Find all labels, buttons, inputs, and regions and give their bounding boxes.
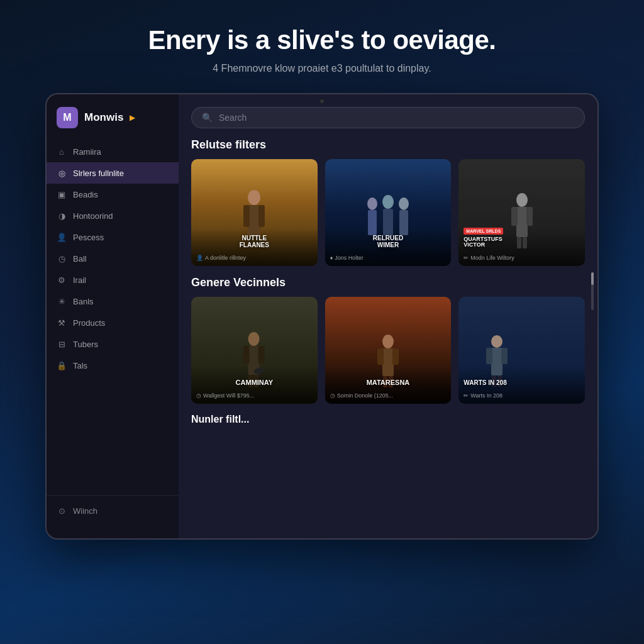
sidebar-item-tubers[interactable]: ⊟ Tubers xyxy=(47,333,179,355)
sidebar-item-irail[interactable]: ⚙ Irail xyxy=(47,269,179,291)
clock-icon: ◷ xyxy=(57,253,67,264)
sidebar-item-banls[interactable]: ✳ Banls xyxy=(47,291,179,312)
asterisk-icon: ✳ xyxy=(57,296,67,306)
svg-point-18 xyxy=(248,332,260,346)
svg-point-31 xyxy=(491,335,502,348)
svg-rect-27 xyxy=(377,348,384,365)
sidebar-item-sliders[interactable]: ◎ Slrlers fullnlite xyxy=(47,162,179,184)
sidebar-item-ball[interactable]: ◷ Ball xyxy=(47,248,179,269)
movie-card-relrued[interactable]: RELRUEDWIMER ♦ Jons Holter xyxy=(325,159,452,266)
shield-icon: ⊙ xyxy=(57,506,67,516)
movie-card-mataresna[interactable]: MATARESNA ◷ Somin Donole (1205... xyxy=(325,297,452,404)
card-subtitle-mataresna: ◷ Somin Donole (1205... xyxy=(325,392,452,399)
nav-label: Irail xyxy=(73,275,86,285)
svg-rect-32 xyxy=(491,348,502,375)
logo-text: Monwis xyxy=(84,111,123,124)
logo[interactable]: M Monwis ▶ xyxy=(47,107,179,141)
section-genere-vecinnels: Genere Vecinnels CAMMINAY xyxy=(191,276,585,404)
svg-point-6 xyxy=(367,197,377,210)
svg-rect-34 xyxy=(501,348,508,364)
scroll-thumb xyxy=(591,272,594,285)
card-title-mataresna: MATARESNA xyxy=(330,379,447,386)
logo-arrow: ▶ xyxy=(130,113,135,122)
hero-title: Enery is a slive's to oeviage. xyxy=(38,25,606,55)
svg-point-8 xyxy=(382,195,394,209)
footer-wiinch[interactable]: ⊙ Wiinch xyxy=(57,506,169,516)
sidebar-footer: ⊙ Wiinch xyxy=(47,495,179,526)
card-subtitle-camminay: ◷ Wallgest Will $795... xyxy=(191,392,318,399)
sidebar-nav: ⌂ Ramiira ◎ Slrlers fullnlite ▣ Beadis ◑… xyxy=(47,141,179,495)
svg-rect-21 xyxy=(258,346,265,364)
main-content: 🔍 Search Relutse filters xyxy=(179,94,597,538)
footer-label: Wiinch xyxy=(73,506,97,516)
card-title-nuttle: NUTTLEFLAANES xyxy=(196,235,313,248)
hero-section: Enery is a slive's to oeviage. 4 Fhemnov… xyxy=(0,0,644,93)
svg-rect-26 xyxy=(382,348,394,376)
nav-label: Banls xyxy=(73,297,94,306)
svg-rect-14 xyxy=(511,207,518,226)
svg-rect-13 xyxy=(516,207,528,237)
movie-card-warts[interactable]: WARTS IN 208 ✏ Warts In 208 xyxy=(458,297,585,404)
card-subtitle-relrued: ♦ Jons Holter xyxy=(325,255,452,261)
section-relutse-filters: Relutse filters NUTTLEFLAANES xyxy=(191,138,585,266)
bottom-section-title: Nunler filtl... xyxy=(191,414,585,425)
hero-subtitle: 4 Fhemnovre klow proaiet e3 poultulat to… xyxy=(38,63,606,74)
nav-label: Tals xyxy=(73,361,87,370)
grid-icon: ▣ xyxy=(57,189,67,199)
svg-rect-7 xyxy=(368,210,377,235)
tools-icon: ⚒ xyxy=(57,318,67,328)
svg-rect-2 xyxy=(243,205,250,227)
home-icon: ⌂ xyxy=(57,147,67,157)
card-title-warts: WARTS IN 208 xyxy=(464,379,580,386)
sliders-icon: ◎ xyxy=(57,168,67,178)
svg-point-12 xyxy=(516,193,528,207)
marvel-badge: MARVEL SRLDS xyxy=(464,228,503,235)
sidebar-item-pescess[interactable]: 👤 Pescess xyxy=(47,226,179,248)
tray-icon: ⊟ xyxy=(57,339,67,349)
svg-point-25 xyxy=(382,335,394,348)
movie-grid-2: CAMMINAY ◷ Wallgest Will $795... xyxy=(191,297,585,404)
card-subtitle-warts: ✏ Warts In 208 xyxy=(458,392,585,399)
nav-label: Tubers xyxy=(73,340,98,349)
scroll-indicator[interactable] xyxy=(591,272,594,310)
search-icon: 🔍 xyxy=(202,113,213,123)
svg-rect-33 xyxy=(486,348,492,364)
svg-rect-15 xyxy=(526,207,533,226)
nav-label: Beadis xyxy=(73,190,98,199)
nav-label: Pescess xyxy=(73,233,104,242)
movie-card-quartstufs[interactable]: MARVEL SRLDS QUARTSTUFSVICTOR ✏ Modn Lif… xyxy=(458,159,585,266)
nav-label: Ramiira xyxy=(73,147,101,157)
nav-label: Ball xyxy=(73,254,87,264)
sidebar-item-hontoorind[interactable]: ◑ Hontoorind xyxy=(47,205,179,226)
movie-card-camminay[interactable]: CAMMINAY ◷ Wallgest Will $795... xyxy=(191,297,318,404)
sidebar-item-products[interactable]: ⚒ Products xyxy=(47,312,179,333)
lock-icon: 🔒 xyxy=(57,360,67,370)
movie-card-nuttle[interactable]: NUTTLEFLAANES 👤 A donlitle rillntey xyxy=(191,159,318,266)
sidebar-item-beadis[interactable]: ▣ Beadis xyxy=(47,184,179,205)
tablet-frame: M Monwis ▶ ⌂ Ramiira ◎ Slrlers fullnlite… xyxy=(45,93,599,540)
user-icon: 👤 xyxy=(57,232,67,242)
monitor-icon: ◑ xyxy=(57,211,67,221)
card-subtitle-quartstufs: ✏ Modn Life Wiltory xyxy=(458,255,585,261)
svg-rect-28 xyxy=(392,348,399,365)
nav-label: Slrlers fullnlite xyxy=(73,169,124,178)
search-bar[interactable]: 🔍 Search xyxy=(191,107,585,128)
card-subtitle-nuttle: 👤 A donlitle rillntey xyxy=(191,255,318,261)
nav-label: Products xyxy=(73,318,105,328)
section-title-1: Relutse filters xyxy=(191,138,585,152)
svg-rect-9 xyxy=(383,209,393,236)
section-title-2: Genere Vecinnels xyxy=(191,276,585,289)
sidebar-item-ramiira[interactable]: ⌂ Ramiira xyxy=(47,141,179,162)
svg-rect-20 xyxy=(243,346,250,364)
sidebar-item-tals[interactable]: 🔒 Tals xyxy=(47,355,179,376)
gear-icon: ⚙ xyxy=(57,275,67,285)
logo-icon: M xyxy=(57,107,78,128)
svg-rect-3 xyxy=(258,205,265,227)
sidebar: M Monwis ▶ ⌂ Ramiira ◎ Slrlers fullnlite… xyxy=(47,94,179,538)
svg-point-0 xyxy=(248,190,260,205)
movie-grid-1: NUTTLEFLAANES 👤 A donlitle rillntey xyxy=(191,159,585,266)
svg-rect-11 xyxy=(399,210,408,235)
card-title-camminay: CAMMINAY xyxy=(196,379,313,386)
card-title-quartstufs: QUARTSTUFSVICTOR xyxy=(464,236,580,249)
svg-point-10 xyxy=(399,197,409,210)
